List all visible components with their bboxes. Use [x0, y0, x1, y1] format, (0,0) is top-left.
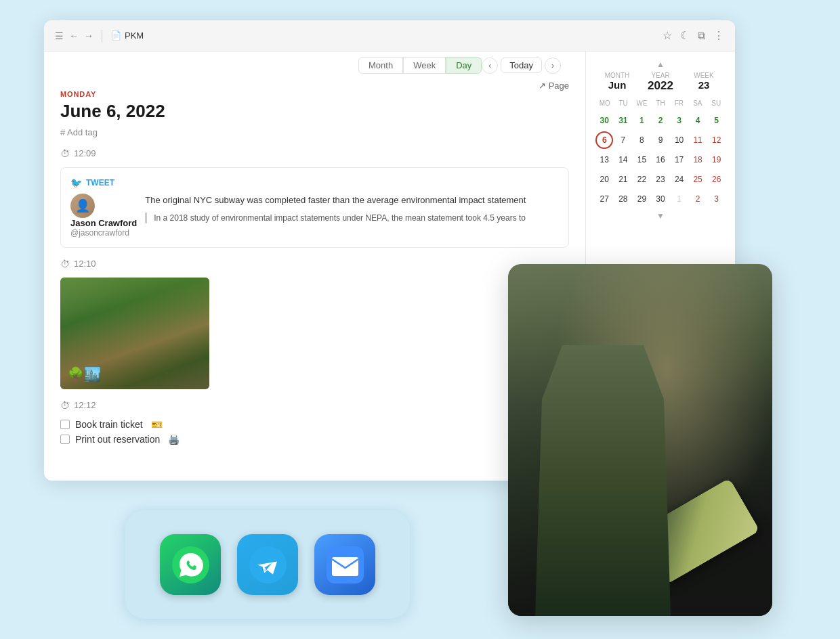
cal-cell[interactable]: 7 — [614, 131, 632, 149]
cal-cell[interactable]: 9 — [652, 131, 669, 149]
tweet-text: The original NYC subway was completed fa… — [145, 194, 526, 207]
tweet-content: The original NYC subway was completed fa… — [145, 194, 526, 238]
view-week-button[interactable]: Week — [403, 57, 446, 74]
phone-in-hand — [635, 478, 760, 585]
add-tag[interactable]: # Add tag — [60, 127, 569, 137]
checkbox-2[interactable] — [60, 435, 70, 444]
cal-cell[interactable]: 16 — [652, 151, 669, 169]
checkbox-1[interactable] — [60, 420, 70, 429]
external-link-icon: ↗ — [539, 81, 546, 91]
cal-year-value: 2022 — [639, 79, 682, 93]
cal-cell[interactable]: 1 — [671, 190, 688, 208]
cal-cell[interactable]: 15 — [633, 151, 650, 169]
overlay-photo-inner — [508, 264, 772, 616]
more-icon[interactable]: ⋮ — [713, 29, 724, 42]
forward-icon[interactable]: → — [84, 30, 93, 41]
day-weekday: MONDAY — [60, 90, 569, 98]
cal-cell[interactable]: 28 — [614, 190, 632, 208]
cal-cell[interactable]: 11 — [689, 131, 707, 149]
cal-cell[interactable]: 19 — [708, 151, 726, 169]
view-day-button[interactable]: Day — [446, 57, 482, 74]
tweet-label: TWEET — [86, 178, 114, 188]
bookmark-icon[interactable]: ☆ — [663, 29, 672, 42]
cal-cell[interactable]: 29 — [633, 190, 650, 208]
main-panel: Month Week Day ‹ Today › MONDAY June 6, … — [44, 51, 586, 481]
cal-dow-fr: FR — [670, 98, 688, 108]
cal-cell[interactable]: 31 — [614, 112, 632, 129]
tweet-card: 🐦 TWEET 👤 Jason Crawford @jasoncrawford — [60, 167, 569, 248]
cal-cell[interactable]: 26 — [708, 171, 726, 188]
cal-cell[interactable]: 14 — [614, 151, 632, 169]
tab-label: 📄 PKM — [110, 30, 144, 41]
cal-cell[interactable]: 6 — [595, 131, 613, 149]
cal-cell[interactable]: 25 — [689, 171, 707, 188]
tweet-left: 👤 Jason Crawford @jasoncrawford — [70, 194, 137, 238]
toolbar-left: ☰ ← → 📄 PKM — [55, 30, 144, 42]
nav-next-button[interactable]: › — [545, 58, 561, 74]
hamburger-icon[interactable]: ☰ — [55, 30, 64, 41]
cal-dow-row: MO TU WE TH FR SA SU — [595, 98, 726, 108]
toolbar-separator — [102, 30, 102, 42]
page-link[interactable]: ↗ Page — [539, 81, 569, 91]
moon-icon[interactable]: ☾ — [680, 29, 690, 42]
checklist-item-1[interactable]: Book train ticket 🎫 — [60, 419, 569, 430]
cal-cell[interactable]: 20 — [595, 171, 613, 188]
cal-cell[interactable]: 3 — [671, 112, 688, 129]
nav-prev-button[interactable]: ‹ — [482, 58, 498, 74]
time-value-3: 12:12 — [74, 400, 96, 410]
cal-month-header: MONTH Jun — [595, 72, 639, 93]
cal-cell[interactable]: 8 — [633, 131, 650, 149]
cal-week-value: 23 — [682, 79, 726, 91]
cal-cell[interactable]: 3 — [708, 190, 726, 208]
cal-cell[interactable]: 10 — [671, 131, 688, 149]
cal-cell[interactable]: 30 — [652, 190, 669, 208]
cal-cell[interactable]: 23 — [652, 171, 669, 188]
time-value-2: 12:10 — [74, 259, 96, 269]
cal-cell[interactable]: 2 — [652, 112, 669, 129]
view-month-button[interactable]: Month — [358, 57, 403, 74]
cal-cell[interactable]: 30 — [595, 112, 613, 129]
cal-dow-tu: TU — [614, 98, 632, 108]
nav-area: ‹ Today › — [482, 58, 561, 74]
cal-cell[interactable]: 12 — [708, 131, 726, 149]
cal-cell[interactable]: 13 — [595, 151, 613, 169]
cal-nav-up[interactable]: ▲ — [595, 60, 726, 69]
cal-cell[interactable]: 1 — [633, 112, 650, 129]
today-button[interactable]: Today — [501, 58, 542, 73]
street-photo — [60, 278, 209, 389]
twitter-icon: 🐦 — [70, 177, 82, 188]
cal-dow-sa: SA — [688, 98, 707, 108]
ticket-emoji: 🎫 — [151, 419, 163, 430]
cal-week-header: WEEK 23 — [682, 72, 726, 93]
view-switcher: Month Week Day — [358, 57, 482, 74]
cal-cell[interactable]: 24 — [671, 171, 688, 188]
checklist-item-2[interactable]: Print out reservation 🖨️ — [60, 434, 569, 445]
browser-toolbar: ☰ ← → 📄 PKM ☆ ☾ ⧉ ⋮ — [44, 20, 735, 51]
mail-icon[interactable] — [314, 534, 375, 595]
day-date: June 6, 2022 — [60, 101, 165, 122]
cal-grid: 3031123456789101112131415161718192021222… — [595, 111, 726, 208]
cal-cell[interactable]: 17 — [671, 151, 688, 169]
cal-cell[interactable]: 4 — [689, 112, 707, 129]
cal-cell[interactable]: 18 — [689, 151, 707, 169]
cal-dow-su: SU — [707, 98, 726, 108]
time-entry-1209: ⏱ 12:09 — [60, 148, 569, 159]
cal-dow-we: WE — [633, 98, 651, 108]
whatsapp-icon[interactable] — [160, 534, 221, 595]
cal-nav-down[interactable]: ▼ — [595, 211, 726, 221]
telegram-icon[interactable] — [237, 534, 298, 595]
tweet-quote: In a 2018 study of environmental impact … — [145, 213, 526, 224]
day-content: MONDAY June 6, 2022 ↗ Page # Add tag ⏱ 1… — [44, 76, 585, 462]
layers-icon[interactable]: ⧉ — [698, 30, 705, 42]
clock-icon-3: ⏱ — [60, 400, 70, 411]
back-icon[interactable]: ← — [69, 30, 79, 41]
checklist: Book train ticket 🎫 Print out reservatio… — [60, 419, 569, 445]
cal-cell[interactable]: 27 — [595, 190, 613, 208]
cal-dow-mo: MO — [595, 98, 614, 108]
cal-cell[interactable]: 22 — [633, 171, 650, 188]
cal-cell[interactable]: 2 — [689, 190, 707, 208]
cal-cell[interactable]: 5 — [708, 112, 726, 129]
checklist-item-2-text: Print out reservation — [75, 434, 160, 445]
cal-cell[interactable]: 21 — [614, 171, 632, 188]
clock-icon: ⏱ — [60, 148, 70, 159]
